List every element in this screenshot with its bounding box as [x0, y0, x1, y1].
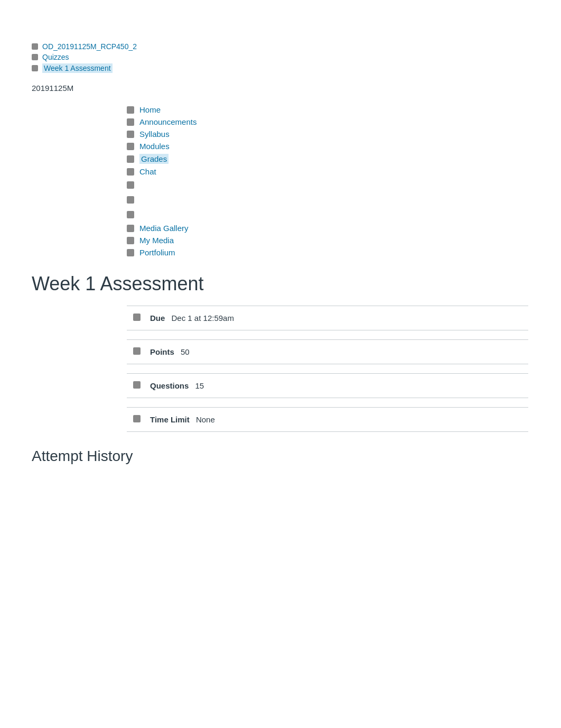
- breadcrumb-icon-course: [32, 43, 38, 50]
- nav-link-grades[interactable]: Grades: [139, 154, 169, 164]
- detail-row-points: Points 50: [127, 340, 528, 364]
- breadcrumb-item-course: OD_20191125M_RCP450_2: [32, 42, 529, 51]
- breadcrumb-item-quizzes: Quizzes: [32, 53, 529, 61]
- breadcrumb-icon-week1: [32, 65, 38, 71]
- detail-row-due: Due Dec 1 at 12:59am: [127, 306, 528, 330]
- detail-label-due: Due: [150, 314, 165, 322]
- course-code: 20191125M: [32, 84, 529, 93]
- detail-label-questions: Questions: [150, 381, 189, 390]
- nav-link-modules[interactable]: Modules: [139, 142, 170, 151]
- nav-icon-empty1: [127, 181, 134, 189]
- detail-value-due: Dec 1 at 12:59am: [172, 314, 234, 322]
- nav-item-grades[interactable]: Grades: [127, 154, 529, 164]
- nav-icon-chat: [127, 168, 134, 176]
- detail-value-questions: 15: [195, 381, 204, 390]
- nav-item-announcements[interactable]: Announcements: [127, 117, 529, 126]
- breadcrumb-link-course[interactable]: OD_20191125M_RCP450_2: [42, 42, 137, 51]
- nav-icon-syllabus: [127, 131, 134, 138]
- nav-icon-media-gallery: [127, 225, 134, 232]
- breadcrumb-item-week1: Week 1 Assessment: [32, 63, 529, 73]
- detail-value-points: 50: [181, 347, 190, 356]
- nav-item-media-gallery[interactable]: Media Gallery: [127, 224, 529, 233]
- detail-icon-timelimit: [133, 415, 141, 422]
- spacer-3: [127, 398, 528, 408]
- nav-icon-announcements: [127, 118, 134, 126]
- nav-item-portfolium[interactable]: Portfolium: [127, 248, 529, 257]
- detail-timelimit-content: Time Limit None: [144, 408, 528, 432]
- nav-item-my-media[interactable]: My Media: [127, 236, 529, 245]
- nav-item-syllabus[interactable]: Syllabus: [127, 130, 529, 139]
- nav-link-my-media[interactable]: My Media: [139, 236, 174, 245]
- breadcrumb-icon-quizzes: [32, 54, 38, 60]
- page-title: Week 1 Assessment: [32, 273, 529, 295]
- nav-item-modules[interactable]: Modules: [127, 142, 529, 151]
- nav-icon-grades: [127, 155, 134, 163]
- nav-link-media-gallery[interactable]: Media Gallery: [139, 224, 189, 233]
- detail-points-content: Points 50: [144, 340, 528, 364]
- course-nav: Home Announcements Syllabus Modules Grad…: [127, 105, 529, 257]
- detail-row-questions: Questions 15: [127, 374, 528, 398]
- nav-item-empty3: [127, 209, 529, 220]
- detail-questions-content: Questions 15: [144, 374, 528, 398]
- nav-icon-empty2: [127, 196, 134, 204]
- detail-label-points: Points: [150, 347, 174, 356]
- nav-icon-my-media: [127, 237, 134, 244]
- nav-item-chat[interactable]: Chat: [127, 167, 529, 176]
- attempt-history-title: Attempt History: [32, 448, 529, 465]
- nav-item-home[interactable]: Home: [127, 105, 529, 114]
- nav-link-home[interactable]: Home: [139, 105, 161, 114]
- spacer-1: [127, 330, 528, 340]
- nav-item-empty2: [127, 194, 529, 206]
- detail-row-timelimit: Time Limit None: [127, 408, 528, 432]
- detail-value-timelimit: None: [196, 415, 215, 424]
- nav-link-portfolium[interactable]: Portfolium: [139, 248, 175, 257]
- breadcrumb: OD_20191125M_RCP450_2 Quizzes Week 1 Ass…: [32, 42, 529, 73]
- nav-icon-home: [127, 106, 134, 114]
- breadcrumb-link-quizzes[interactable]: Quizzes: [42, 53, 69, 61]
- nav-icon-empty3: [127, 211, 134, 218]
- spacer-2: [127, 364, 528, 374]
- nav-link-announcements[interactable]: Announcements: [139, 117, 197, 126]
- nav-item-empty1: [127, 179, 529, 191]
- nav-icon-portfolium: [127, 249, 134, 256]
- quiz-details-table: Due Dec 1 at 12:59am Points 50 Questions…: [127, 306, 528, 432]
- detail-label-timelimit: Time Limit: [150, 415, 190, 424]
- detail-due-content: Due Dec 1 at 12:59am: [144, 306, 528, 330]
- nav-icon-modules: [127, 143, 134, 150]
- breadcrumb-link-week1[interactable]: Week 1 Assessment: [42, 63, 113, 73]
- detail-icon-points: [133, 347, 141, 355]
- nav-link-chat[interactable]: Chat: [139, 167, 156, 176]
- detail-icon-due: [133, 314, 141, 321]
- nav-link-syllabus[interactable]: Syllabus: [139, 130, 170, 139]
- detail-icon-questions: [133, 381, 141, 389]
